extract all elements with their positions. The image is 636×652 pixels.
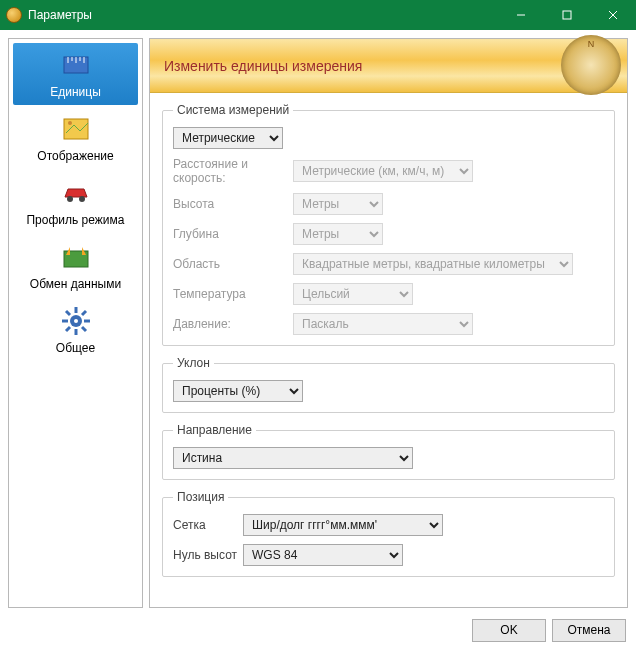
group-legend: Уклон	[173, 356, 214, 370]
window-title: Параметры	[28, 8, 498, 22]
system-select[interactable]: Метрические	[173, 127, 283, 149]
content-panel: Изменить единицы измерения Система измер…	[149, 38, 628, 608]
area-select: Квадратные метры, квадратные километры	[293, 253, 573, 275]
svg-point-12	[67, 196, 73, 202]
height-label: Высота	[173, 197, 293, 211]
height-select: Метры	[293, 193, 383, 215]
grid-select[interactable]: Шир/долг гггг°мм.ммм'	[243, 514, 443, 536]
group-system: Система измерений Метрические Расстояние…	[162, 103, 615, 346]
cancel-button[interactable]: Отмена	[552, 619, 626, 642]
banner: Изменить единицы измерения	[150, 39, 627, 93]
datum-label: Нуль высот	[173, 548, 243, 562]
svg-line-21	[82, 327, 86, 331]
banner-title: Изменить единицы измерения	[164, 58, 362, 74]
sidebar-item-label: Отображение	[37, 149, 113, 163]
sidebar-item-profile[interactable]: Профиль режима	[13, 171, 138, 233]
svg-line-20	[66, 311, 70, 315]
group-legend: Направление	[173, 423, 256, 437]
ruler-icon	[60, 49, 92, 81]
app-icon	[6, 7, 22, 23]
svg-point-11	[68, 121, 72, 125]
distance-select: Метрические (км, км/ч, м)	[293, 160, 473, 182]
pressure-select: Паскаль	[293, 313, 473, 335]
transfer-icon	[60, 241, 92, 273]
datum-select[interactable]: WGS 84	[243, 544, 403, 566]
temp-select: Цельсий	[293, 283, 413, 305]
sidebar-item-general[interactable]: Общее	[13, 299, 138, 361]
minimize-button[interactable]	[498, 0, 544, 30]
svg-rect-1	[563, 11, 571, 19]
depth-select: Метры	[293, 223, 383, 245]
area-label: Область	[173, 257, 293, 271]
footer: OK Отмена	[0, 612, 636, 648]
svg-line-23	[66, 327, 70, 331]
group-grade: Уклон Проценты (%)	[162, 356, 615, 413]
group-legend: Система измерений	[173, 103, 293, 117]
depth-label: Глубина	[173, 227, 293, 241]
sidebar: Единицы Отображение Профиль режима Обмен…	[8, 38, 143, 608]
group-position: Позиция СеткаШир/долг гггг°мм.ммм' Нуль …	[162, 490, 615, 577]
sidebar-item-display[interactable]: Отображение	[13, 107, 138, 169]
sidebar-item-exchange[interactable]: Обмен данными	[13, 235, 138, 297]
heading-select[interactable]: Истина	[173, 447, 413, 469]
sidebar-item-label: Обмен данными	[30, 277, 121, 291]
temp-label: Температура	[173, 287, 293, 301]
titlebar: Параметры	[0, 0, 636, 30]
sidebar-item-label: Профиль режима	[26, 213, 124, 227]
sidebar-item-units[interactable]: Единицы	[13, 43, 138, 105]
maximize-button[interactable]	[544, 0, 590, 30]
svg-rect-10	[64, 119, 88, 139]
distance-label: Расстояние и скорость:	[173, 157, 293, 185]
sidebar-item-label: Общее	[56, 341, 95, 355]
map-icon	[60, 113, 92, 145]
sidebar-item-label: Единицы	[50, 85, 101, 99]
svg-point-24	[74, 319, 78, 323]
pressure-label: Давление:	[173, 317, 293, 331]
compass-icon	[561, 35, 621, 95]
svg-point-13	[79, 196, 85, 202]
group-heading: Направление Истина	[162, 423, 615, 480]
group-legend: Позиция	[173, 490, 228, 504]
gear-icon	[60, 305, 92, 337]
car-icon	[60, 177, 92, 209]
grid-label: Сетка	[173, 518, 243, 532]
close-button[interactable]	[590, 0, 636, 30]
svg-line-22	[82, 311, 86, 315]
ok-button[interactable]: OK	[472, 619, 546, 642]
grade-select[interactable]: Проценты (%)	[173, 380, 303, 402]
